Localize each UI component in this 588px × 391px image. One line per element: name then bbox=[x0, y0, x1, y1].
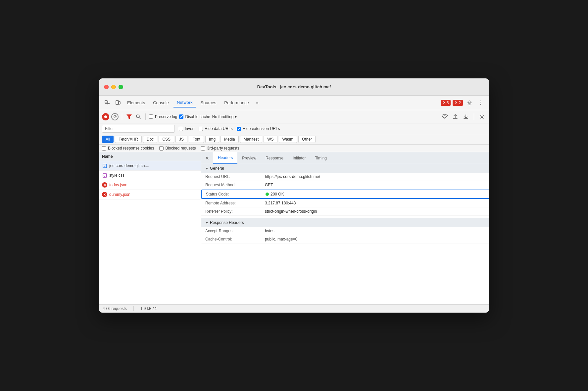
hide-extension-urls-checkbox[interactable]: Hide extension URLs bbox=[237, 126, 280, 131]
response-headers-section[interactable]: ▼ Response Headers bbox=[201, 218, 489, 227]
third-party-requests-checkbox[interactable]: 3rd-party requests bbox=[201, 146, 239, 151]
error-count-2: 2 bbox=[459, 101, 461, 105]
type-filter-all[interactable]: All bbox=[102, 136, 114, 143]
upload-icon[interactable] bbox=[451, 113, 459, 121]
status-bar: 4 / 6 requests 1.9 kB / 1 bbox=[99, 304, 489, 313]
type-filter-wasm[interactable]: Wasm bbox=[279, 136, 297, 143]
detail-row-url: Request URL: https://jec-cors-demo.glitc… bbox=[201, 173, 489, 181]
disable-cache-checkbox[interactable]: Disable cache bbox=[179, 114, 210, 119]
network-toolbar: ⊘ Preserve log Disable cache No throttli… bbox=[99, 110, 489, 123]
more-tabs-button[interactable]: » bbox=[254, 99, 261, 107]
type-filter-font[interactable]: Font bbox=[189, 136, 204, 143]
detail-row-method: Request Method: GET bbox=[201, 181, 489, 189]
detail-row-remote: Remote Address: 3.217.87.180:443 bbox=[201, 199, 489, 207]
tab-initiator[interactable]: Initiator bbox=[288, 152, 310, 164]
divider-2 bbox=[145, 113, 146, 120]
tab-performance[interactable]: Performance bbox=[221, 98, 252, 107]
filter-input[interactable] bbox=[102, 125, 175, 133]
settings-gear-icon[interactable] bbox=[478, 113, 486, 121]
filter-icon[interactable] bbox=[125, 113, 133, 120]
detail-row-referrer: Referrer Policy: strict-origin-when-cros… bbox=[201, 207, 489, 216]
hide-data-urls-checkbox[interactable]: Hide data URLs bbox=[199, 126, 233, 131]
type-filter-js[interactable]: JS bbox=[175, 136, 187, 143]
detail-row-accept-ranges: Accept-Ranges: bytes bbox=[201, 227, 489, 235]
toolbar-right bbox=[441, 113, 486, 121]
invert-checkbox[interactable]: Invert bbox=[179, 126, 195, 131]
detail-row-cache-control: Cache-Control: public, max-age=0 bbox=[201, 235, 489, 243]
svg-text:c: c bbox=[103, 174, 105, 177]
type-filter-media[interactable]: Media bbox=[220, 136, 239, 143]
title-bar: DevTools - jec-cors-demo.glitch.me/ bbox=[99, 78, 489, 96]
triangle-icon: ▼ bbox=[205, 167, 209, 170]
detail-panel: ✕ Headers Preview Response Initiator Tim… bbox=[201, 152, 489, 304]
detail-row-status: Status Code: 200 OK bbox=[201, 190, 489, 199]
close-detail-button[interactable]: ✕ bbox=[201, 152, 213, 164]
tab-console[interactable]: Console bbox=[150, 98, 172, 107]
file-list-header: Name bbox=[99, 152, 201, 161]
tab-preview[interactable]: Preview bbox=[237, 152, 261, 164]
svg-rect-1 bbox=[116, 101, 119, 105]
type-filter-manifest[interactable]: Manifest bbox=[240, 136, 262, 143]
preserve-log-checkbox[interactable]: Preserve log bbox=[149, 114, 177, 119]
status-value: 200 OK bbox=[266, 192, 485, 196]
download-icon[interactable] bbox=[462, 113, 470, 121]
more-options-icon[interactable]: ⋮ bbox=[476, 98, 485, 108]
traffic-lights bbox=[104, 85, 123, 89]
wifi-icon[interactable] bbox=[441, 113, 449, 121]
type-filter-img[interactable]: Img bbox=[205, 136, 219, 143]
error-icon: ✕ bbox=[102, 192, 107, 197]
svg-point-3 bbox=[469, 102, 470, 104]
detail-tabs: ✕ Headers Preview Response Initiator Tim… bbox=[201, 152, 489, 164]
settings-icon[interactable] bbox=[465, 98, 474, 108]
transfer-size: 1.9 kB / 1 bbox=[140, 306, 157, 311]
window-title: DevTools - jec-cors-demo.glitch.me/ bbox=[257, 84, 331, 89]
device-toolbar-icon[interactable] bbox=[113, 98, 122, 108]
tab-timing[interactable]: Timing bbox=[310, 152, 331, 164]
main-content: Name jec-cors-demo.glitch.... c bbox=[99, 152, 489, 304]
tab-headers[interactable]: Headers bbox=[213, 152, 237, 164]
file-name: jec-cors-demo.glitch.... bbox=[109, 163, 149, 168]
error-badge-2: ✕ 2 bbox=[453, 100, 463, 106]
divider-1 bbox=[122, 113, 122, 120]
filter-bar: Invert Hide data URLs Hide extension URL… bbox=[99, 123, 489, 134]
file-name: style.css bbox=[109, 173, 124, 178]
minimize-button[interactable] bbox=[111, 85, 116, 89]
clear-button[interactable]: ⊘ bbox=[111, 113, 119, 120]
blocked-requests-checkbox[interactable]: Blocked requests bbox=[159, 146, 196, 151]
list-item[interactable]: c style.css bbox=[99, 171, 201, 180]
tab-sources[interactable]: Sources bbox=[197, 98, 220, 107]
throttle-dropdown[interactable]: No throttling ▾ bbox=[212, 114, 237, 119]
svg-rect-2 bbox=[119, 102, 120, 104]
list-item[interactable]: jec-cors-demo.glitch.... bbox=[99, 161, 201, 171]
list-item[interactable]: ✕ dummy.json bbox=[99, 190, 201, 199]
inspect-element-icon[interactable] bbox=[103, 98, 112, 108]
type-filter-ws[interactable]: WS bbox=[264, 136, 277, 143]
type-filter-doc[interactable]: Doc bbox=[143, 136, 157, 143]
tab-response[interactable]: Response bbox=[261, 152, 288, 164]
file-name: todos.json bbox=[109, 183, 127, 187]
main-tab-bar: Elements Console Network Sources Perform… bbox=[99, 96, 489, 110]
css-icon: c bbox=[102, 173, 107, 178]
type-filter-other[interactable]: Other bbox=[298, 136, 316, 143]
error-icon: ✕ bbox=[102, 182, 107, 188]
list-item[interactable]: ✕ todos.json bbox=[99, 180, 201, 190]
extra-filter-bar: Blocked response cookies Blocked request… bbox=[99, 145, 489, 152]
blocked-response-cookies-checkbox[interactable]: Blocked response cookies bbox=[102, 146, 154, 151]
record-button[interactable] bbox=[102, 113, 109, 120]
triangle-icon: ▼ bbox=[205, 221, 209, 225]
file-list: Name jec-cors-demo.glitch.... c bbox=[99, 152, 201, 304]
tab-network[interactable]: Network bbox=[173, 98, 196, 108]
file-name: dummy.json bbox=[109, 192, 130, 197]
search-icon[interactable] bbox=[135, 113, 142, 120]
tab-elements[interactable]: Elements bbox=[124, 98, 148, 107]
general-section-header[interactable]: ▼ General bbox=[201, 164, 489, 173]
divider-3 bbox=[474, 113, 474, 120]
maximize-button[interactable] bbox=[119, 85, 123, 89]
type-filter-fetch[interactable]: Fetch/XHR bbox=[115, 136, 142, 143]
close-button[interactable] bbox=[104, 85, 109, 89]
svg-point-5 bbox=[481, 116, 483, 117]
type-filter-css[interactable]: CSS bbox=[159, 136, 174, 143]
type-filter-bar: All Fetch/XHR Doc CSS JS Font Img Media … bbox=[99, 134, 489, 145]
doc-icon bbox=[102, 163, 107, 168]
status-dot bbox=[266, 193, 269, 196]
